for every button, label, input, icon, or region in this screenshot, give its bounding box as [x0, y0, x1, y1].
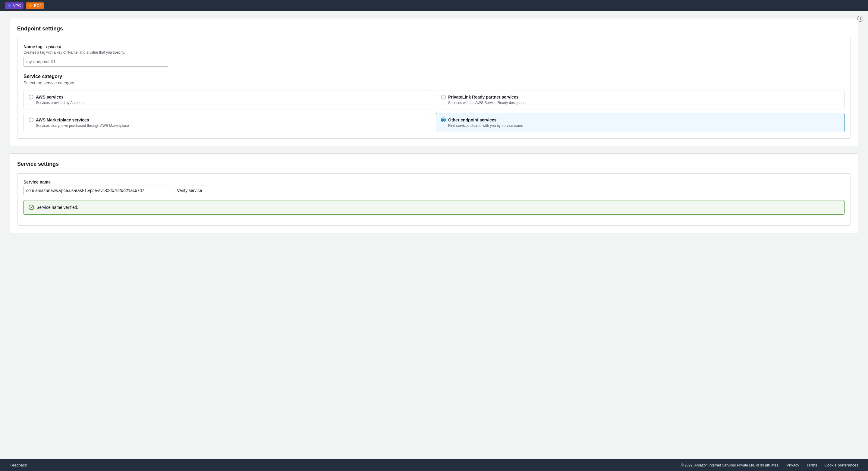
radio-other-endpoint-desc: Find services shared with you by service…: [441, 124, 839, 128]
radio-privatelink[interactable]: PrivateLink Ready partner services Servi…: [436, 90, 844, 109]
privacy-link[interactable]: Privacy: [786, 463, 799, 467]
info-icon[interactable]: ℹ: [857, 16, 863, 22]
service-name-group: Service name Verify service ✓ Service na…: [24, 180, 844, 215]
radio-privatelink-header: PrivateLink Ready partner services: [441, 95, 839, 99]
service-category-section: Service category Select the service cate…: [24, 74, 844, 132]
radio-aws-services[interactable]: AWS services Services provided by Amazon: [24, 90, 432, 109]
terms-link[interactable]: Terms: [807, 463, 817, 467]
footer-copyright: © 2022, Amazon Internet Services Private…: [681, 463, 779, 467]
radio-aws-services-header: AWS services: [29, 95, 427, 99]
radio-btn-aws-marketplace: [29, 118, 33, 122]
radio-aws-marketplace-header: AWS Marketplace services: [29, 118, 427, 122]
radio-other-endpoint[interactable]: Other endpoint services Find services sh…: [436, 113, 844, 132]
service-name-input-wrapper: [24, 186, 168, 195]
radio-aws-services-label: AWS services: [36, 95, 64, 99]
vpc-icon: 🔷: [7, 3, 11, 7]
radio-btn-other-endpoint: [441, 118, 446, 122]
service-settings-panel: Service settings Service name Verify ser…: [10, 153, 858, 233]
service-settings-title: Service settings: [17, 161, 851, 167]
cookie-preferences-link[interactable]: Cookie preferences: [824, 463, 858, 467]
feedback-link[interactable]: Feedback: [10, 463, 27, 467]
service-category-title: Service category: [24, 74, 844, 79]
nav-badge-ec2[interactable]: 🔶 EC2: [26, 2, 44, 9]
radio-privatelink-desc: Services with an AWS Service Ready desig…: [441, 101, 839, 105]
endpoint-settings-title: Endpoint settings: [17, 26, 851, 32]
radio-other-endpoint-label: Other endpoint services: [448, 118, 496, 122]
name-tag-group: Name tag - optional Creates a tag with a…: [24, 44, 844, 67]
top-navigation: 🔷 VPC 🔶 EC2: [0, 0, 868, 11]
name-tag-description: Creates a tag with a key of 'Name' and a…: [24, 50, 844, 55]
footer-right: © 2022, Amazon Internet Services Private…: [681, 463, 858, 467]
ec2-label: EC2: [34, 3, 41, 8]
endpoint-settings-panel: Endpoint settings Name tag - optional Cr…: [10, 18, 858, 146]
name-tag-input[interactable]: [24, 57, 168, 67]
radio-aws-marketplace-desc: Services that you've purchased through A…: [29, 124, 427, 128]
ec2-icon: 🔶: [28, 3, 33, 7]
verified-icon: ✓: [29, 205, 34, 210]
service-category-options: AWS services Services provided by Amazon…: [24, 90, 844, 132]
footer: Feedback © 2022, Amazon Internet Service…: [0, 459, 868, 471]
radio-aws-marketplace-label: AWS Marketplace services: [36, 118, 89, 122]
service-settings-inner: Service name Verify service ✓ Service na…: [17, 173, 851, 226]
service-name-input[interactable]: [24, 186, 168, 195]
endpoint-settings-inner: Name tag - optional Creates a tag with a…: [17, 38, 851, 138]
main-content: ℹ Endpoint settings Name tag - optional …: [0, 11, 868, 459]
radio-aws-marketplace[interactable]: AWS Marketplace services Services that y…: [24, 113, 432, 132]
service-name-label: Service name: [24, 180, 844, 184]
vpc-label: VPC: [13, 3, 21, 8]
verify-service-button[interactable]: Verify service: [172, 186, 207, 195]
verified-text: Service name verified.: [36, 205, 79, 210]
radio-other-endpoint-header: Other endpoint services: [441, 118, 839, 122]
radio-btn-privatelink: [441, 95, 446, 99]
nav-badge-vpc[interactable]: 🔷 VPC: [5, 2, 24, 9]
service-name-row: Verify service: [24, 186, 844, 195]
name-tag-label: Name tag - optional: [24, 44, 844, 49]
verified-banner: ✓ Service name verified.: [24, 200, 844, 215]
name-tag-optional: - optional: [44, 44, 61, 49]
service-category-description: Select the service category: [24, 81, 844, 85]
radio-btn-aws-services: [29, 95, 33, 99]
radio-aws-services-desc: Services provided by Amazon: [29, 101, 427, 105]
radio-privatelink-label: PrivateLink Ready partner services: [448, 95, 518, 99]
